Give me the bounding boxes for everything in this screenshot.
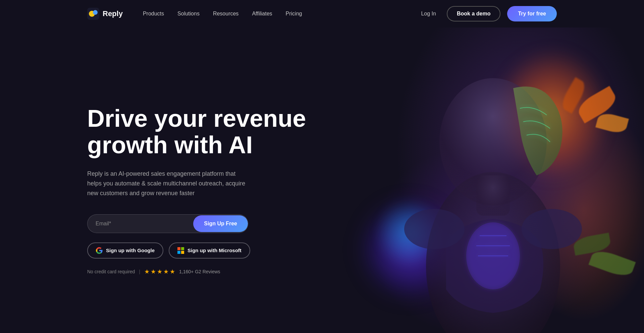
social-signup-buttons: Sign up with Google Sign up with Microso…: [87, 242, 322, 259]
nav-actions: Log In Book a demo Try for free: [417, 6, 557, 21]
navbar: Reply Products Solutions Resources Affil…: [0, 0, 644, 27]
star-3: ★: [157, 268, 162, 275]
nav-affiliates[interactable]: Affiliates: [252, 11, 272, 17]
svg-point-6: [404, 209, 465, 249]
hero-subtitle: Reply is an AI-powered sales engagement …: [87, 169, 248, 198]
email-input[interactable]: [88, 215, 193, 233]
logo-link[interactable]: Reply: [87, 8, 123, 20]
hero-content: Drive your revenue growth with AI Reply …: [87, 105, 322, 275]
nav-links: Products Solutions Resources Affiliates …: [143, 11, 417, 17]
google-icon: [96, 247, 103, 254]
brand-name: Reply: [103, 9, 123, 18]
try-free-button[interactable]: Try for free: [507, 6, 557, 21]
trust-divider: |: [139, 269, 140, 274]
ai-human-silhouette: [379, 48, 607, 333]
signup-free-button[interactable]: Sign Up Free: [193, 215, 248, 232]
google-signup-label: Sign up with Google: [106, 247, 155, 253]
trust-row: No credit card required | ★ ★ ★ ★ ★ 1,16…: [87, 268, 322, 275]
nav-products[interactable]: Products: [143, 11, 164, 17]
svg-point-2: [93, 10, 98, 15]
login-button[interactable]: Log In: [417, 8, 440, 19]
star-4: ★: [163, 268, 169, 275]
hero-image-area: [342, 27, 644, 333]
hero-section: Drive your revenue growth with AI Reply …: [0, 27, 644, 333]
nav-resources[interactable]: Resources: [213, 11, 238, 17]
svg-point-8: [466, 222, 520, 289]
microsoft-icon: [177, 247, 184, 254]
star-2: ★: [151, 268, 156, 275]
email-signup-form: Sign Up Free: [87, 214, 248, 233]
g2-reviews-text: 1,160+ G2 Reviews: [179, 269, 220, 274]
hero-title: Drive your revenue growth with AI: [87, 105, 322, 158]
ai-figure-background: [342, 27, 644, 333]
star-half: ★: [170, 268, 175, 275]
microsoft-signup-button[interactable]: Sign up with Microsoft: [169, 242, 250, 259]
book-demo-button[interactable]: Book a demo: [447, 6, 500, 21]
nav-pricing[interactable]: Pricing: [286, 11, 302, 17]
nav-solutions[interactable]: Solutions: [177, 11, 200, 17]
microsoft-signup-label: Sign up with Microsoft: [187, 247, 241, 253]
star-rating: ★ ★ ★ ★ ★: [144, 268, 175, 275]
reply-logo-icon: [87, 8, 99, 20]
google-signup-button[interactable]: Sign up with Google: [87, 242, 163, 259]
no-credit-card-text: No credit card required: [87, 269, 135, 274]
svg-point-7: [522, 209, 582, 249]
star-1: ★: [144, 268, 150, 275]
